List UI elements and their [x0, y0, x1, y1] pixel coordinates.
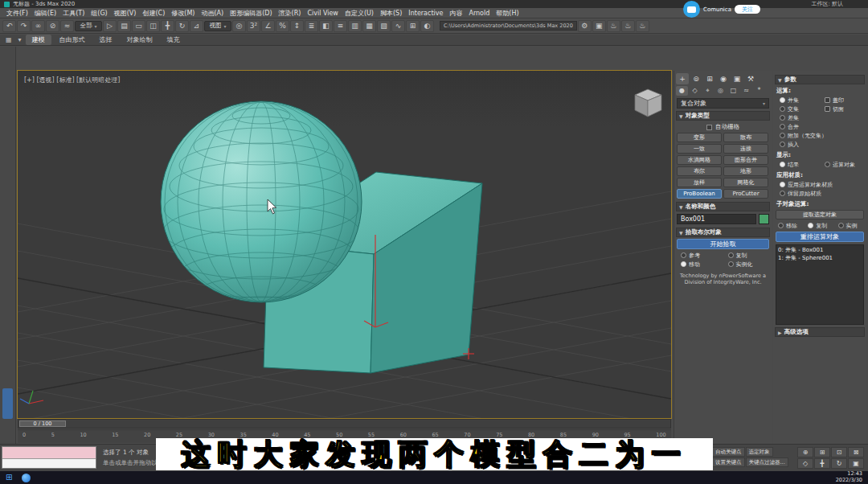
object-type-button[interactable]: ProBoolean: [677, 189, 722, 199]
clone-mode-radio[interactable]: 参考: [676, 251, 723, 260]
spinner-snap-icon[interactable]: ↕: [290, 20, 304, 32]
fov-icon[interactable]: ◇: [797, 458, 813, 469]
wirecolor-swatch[interactable]: [759, 214, 769, 224]
set-key-button[interactable]: 设置关键点: [712, 457, 745, 467]
redo-icon[interactable]: ↷: [17, 20, 31, 32]
schematic-view-icon[interactable]: ⊞: [406, 20, 420, 32]
menu-item[interactable]: 组(G): [88, 9, 110, 18]
select-and-move-icon[interactable]: ╋: [161, 20, 174, 32]
selection-filter-dropdown[interactable]: 全部: [75, 21, 102, 31]
helpers-category[interactable]: □: [727, 86, 739, 96]
object-type-button[interactable]: 散布: [723, 133, 768, 142]
reference-coordinate-dropdown[interactable]: 视图: [204, 21, 231, 31]
object-type-button[interactable]: ProCutter: [723, 189, 768, 199]
object-type-button[interactable]: 地形: [723, 166, 768, 176]
zoom-all-icon[interactable]: ⊞: [814, 447, 830, 457]
start-button-icon[interactable]: ⊞: [6, 474, 12, 482]
render-last-icon[interactable]: ♨: [636, 20, 649, 32]
object-type-button[interactable]: 水滴网格: [677, 155, 722, 165]
ribbon-tab[interactable]: 填充: [161, 35, 186, 45]
advanced-options-rollout[interactable]: ▶ 高级选项: [775, 327, 865, 337]
key-filters-button[interactable]: 关键点过滤器...: [746, 457, 788, 467]
project-folder-path[interactable]: C:\Users\Administrator\Documents\3ds Max…: [440, 21, 577, 31]
bind-to-spacewarp-icon[interactable]: ≈: [60, 20, 74, 32]
operand-list-item[interactable]: 0: 并集 - Box001: [778, 246, 862, 254]
extract-mode-radio[interactable]: 实例: [835, 221, 865, 230]
layer-manager-icon[interactable]: ▦: [362, 20, 376, 32]
listener-script-row[interactable]: [2, 458, 96, 468]
motion-tab[interactable]: ◉: [717, 73, 730, 84]
menu-item[interactable]: 视图(V): [111, 9, 140, 18]
follow-button[interactable]: 关注: [735, 5, 760, 14]
menu-item[interactable]: 文件(F): [3, 9, 31, 18]
cameras-category[interactable]: ◎: [714, 86, 727, 96]
utilities-tab[interactable]: ⚒: [744, 73, 757, 84]
render-production-icon[interactable]: ♨: [607, 20, 620, 32]
clone-mode-radio[interactable]: 移动: [676, 260, 723, 269]
viewport-layout-tab[interactable]: [2, 388, 13, 419]
menu-item[interactable]: 工具(T): [59, 9, 88, 18]
object-type-button[interactable]: 布尔: [677, 166, 722, 176]
operation-radio[interactable]: 交集: [775, 105, 820, 113]
unlink-icon[interactable]: ⊘: [46, 20, 59, 32]
operation-radio[interactable]: 插入: [775, 140, 865, 149]
rectangular-selection-icon[interactable]: ▭: [132, 20, 145, 32]
ribbon-tab[interactable]: 建模: [26, 35, 51, 45]
maximize-viewport-icon[interactable]: ▣: [848, 458, 864, 469]
create-tab[interactable]: +: [676, 73, 689, 84]
menu-item[interactable]: Arnold: [465, 10, 493, 17]
time-slider[interactable]: 0 / 100: [18, 419, 671, 429]
start-picking-button[interactable]: 开始拾取: [677, 239, 769, 249]
lights-category[interactable]: ⌖: [702, 86, 714, 96]
object-type-button[interactable]: 变形: [677, 133, 722, 142]
menu-item[interactable]: 脚本(S): [377, 9, 405, 18]
mirror-icon[interactable]: ◧: [319, 20, 333, 32]
display-mode-radio[interactable]: 运算对象: [820, 160, 865, 169]
menu-item[interactable]: 修改(M): [168, 9, 198, 18]
menu-item[interactable]: 图形编辑器(D): [227, 9, 275, 18]
menu-item[interactable]: 自定义(U): [342, 9, 377, 18]
menu-item[interactable]: 创建(C): [139, 9, 168, 18]
selected-object-button[interactable]: 选定对象: [746, 447, 773, 457]
angle-snap-icon[interactable]: ∠: [261, 20, 275, 32]
ribbon-tab[interactable]: 自由形式: [53, 35, 92, 45]
modify-tab[interactable]: ⊚: [690, 73, 702, 84]
workspace-selector[interactable]: 工作区: 默认: [811, 0, 843, 8]
operand-list-item[interactable]: 1: 并集 - Sphere001: [778, 254, 862, 262]
ribbon-toggle-icon[interactable]: ▧: [377, 20, 391, 32]
material-editor-icon[interactable]: ◐: [420, 20, 434, 32]
zoom-icon[interactable]: ⊕: [797, 447, 813, 457]
spacewarps-category[interactable]: ≈: [740, 86, 752, 96]
extract-mode-radio[interactable]: 移除: [775, 221, 805, 230]
operation-radio[interactable]: 并集: [775, 96, 820, 105]
render-setup-icon[interactable]: ⚙: [578, 20, 592, 32]
menu-item[interactable]: 动画(A): [198, 9, 227, 18]
system-clock[interactable]: 12:43 2022/3/30: [836, 471, 862, 484]
render-iterative-icon[interactable]: ♨: [621, 20, 635, 32]
snap-toggle-icon[interactable]: 3²: [247, 20, 260, 32]
align-icon[interactable]: ≡: [334, 20, 347, 32]
operation-radio[interactable]: 切面: [820, 105, 865, 113]
zoom-extents-all-icon[interactable]: ⊠: [848, 447, 864, 457]
menu-item[interactable]: 编辑(E): [31, 9, 59, 18]
listener-macro-row[interactable]: [2, 447, 96, 458]
orbit-icon[interactable]: ↻: [831, 458, 847, 469]
operation-radio[interactable]: 盖印: [820, 96, 865, 105]
render-frame-icon[interactable]: ▣: [592, 20, 606, 32]
menu-item[interactable]: 帮助(H): [493, 9, 522, 18]
object-type-rollout[interactable]: ▼ 对象类型: [676, 111, 770, 121]
select-and-rotate-icon[interactable]: ↻: [175, 20, 189, 32]
systems-category[interactable]: *: [753, 86, 765, 96]
menu-item[interactable]: Interactive: [405, 10, 446, 17]
window-crossing-icon[interactable]: ◫: [146, 20, 160, 32]
zoom-extents-icon[interactable]: ⊡: [831, 447, 847, 457]
maxscript-mini-listener[interactable]: [2, 446, 96, 469]
select-object-icon[interactable]: ▷: [103, 20, 117, 32]
ribbon-caret-icon[interactable]: ▾: [16, 36, 24, 43]
auto-key-button[interactable]: 自动关键点: [712, 447, 745, 457]
object-type-button[interactable]: 一致: [677, 144, 722, 154]
operation-radio[interactable]: 差集: [775, 113, 820, 122]
select-and-link-icon[interactable]: ∞: [31, 20, 45, 32]
clone-mode-radio[interactable]: 实例化: [723, 260, 771, 269]
curve-editor-icon[interactable]: ∿: [391, 20, 405, 32]
